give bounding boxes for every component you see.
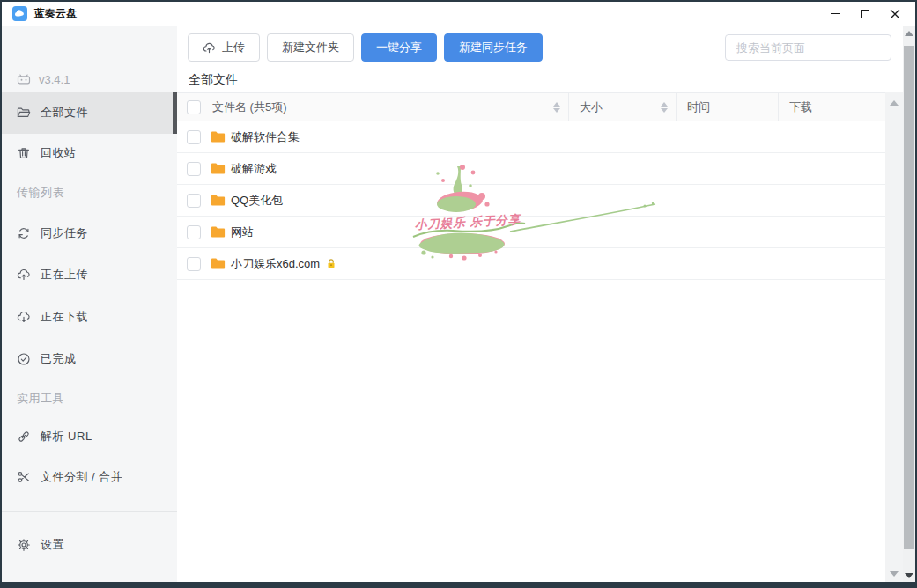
sort-carets-name[interactable] [553, 102, 560, 113]
column-label-name: 文件名 (共5项) [212, 99, 553, 115]
row-checkbox[interactable] [187, 130, 201, 144]
sidebar-item-label: 回收站 [41, 145, 77, 161]
trash-icon [17, 146, 31, 160]
upload-button-label: 上传 [222, 40, 245, 55]
sidebar-item-label: 文件分割 / 合并 [41, 469, 122, 485]
new-sync-task-button[interactable]: 新建同步任务 [444, 33, 543, 62]
sidebar-item-label: 正在下载 [41, 309, 88, 325]
breadcrumb: 全部文件 [189, 72, 238, 88]
cell-size [568, 185, 676, 216]
scissors-icon [17, 470, 31, 484]
cell-size [568, 248, 676, 279]
file-name: 小刀娱乐x6d.com [231, 256, 320, 272]
row-checkbox[interactable] [187, 225, 201, 239]
window-frame: 蓝奏云盘 v3.4.1 全部文件 [2, 2, 915, 582]
scroll-down-icon[interactable] [905, 573, 913, 578]
select-all-checkbox[interactable] [187, 100, 201, 114]
upload-cloud-icon [203, 41, 216, 55]
scroll-up-icon[interactable] [905, 31, 913, 36]
file-table: 文件名 (共5项) 大小 时间 下载 破解软 [177, 92, 885, 280]
close-button[interactable] [880, 2, 910, 26]
row-checkbox[interactable] [187, 257, 201, 271]
sidebar-item-completed[interactable]: 已完成 [2, 338, 177, 380]
sidebar-item-label: 全部文件 [41, 105, 88, 121]
sidebar-item-uploading[interactable]: 正在上传 [2, 254, 177, 296]
file-name: 网站 [231, 224, 254, 240]
sidebar-item-parse-url[interactable]: 解析 URL [2, 417, 177, 456]
sort-desc-icon [661, 108, 668, 113]
sidebar-item-label: 设置 [41, 537, 64, 553]
cell-download [778, 121, 885, 152]
folder-open-icon [17, 106, 31, 120]
cloud-download-icon [17, 310, 31, 324]
window-scrollbar[interactable] [903, 26, 915, 582]
table-row[interactable]: 网站 [177, 217, 885, 248]
sidebar-item-label: 正在上传 [41, 267, 88, 283]
file-name: 破解游戏 [231, 161, 277, 177]
row-checkbox[interactable] [187, 194, 201, 208]
sidebar-section-tools: 实用工具 [2, 380, 177, 417]
cell-download [778, 248, 885, 279]
table-row[interactable]: 破解游戏 [177, 153, 885, 185]
cell-size [568, 121, 676, 152]
cell-size [568, 217, 676, 247]
cell-size [568, 153, 676, 184]
link-icon [17, 430, 31, 444]
sidebar-item-sync-tasks[interactable]: 同步任务 [2, 213, 177, 254]
minimize-button[interactable] [820, 2, 850, 26]
close-icon [890, 9, 900, 19]
toolbar: 上传 新建文件夹 一键分享 新建同步任务 [188, 33, 891, 62]
sidebar-item-label: 已完成 [41, 351, 77, 367]
upload-button[interactable]: 上传 [188, 33, 260, 62]
app-version-icon [17, 72, 31, 86]
cell-download [778, 217, 885, 247]
table-row[interactable]: 小刀娱乐x6d.com [177, 248, 885, 280]
sidebar-item-split-merge[interactable]: 文件分割 / 合并 [2, 456, 177, 498]
sidebar-item-label: 解析 URL [41, 429, 92, 445]
search-input[interactable] [725, 34, 891, 61]
cloud-upload-icon [17, 268, 31, 282]
list-scrollbar[interactable] [885, 92, 903, 582]
version-row: v3.4.1 [2, 67, 177, 92]
sort-asc-icon [661, 102, 668, 107]
maximize-button[interactable] [850, 2, 880, 26]
scrollbar-thumb[interactable] [904, 46, 914, 549]
scroll-up-icon[interactable] [890, 100, 899, 106]
sidebar-item-downloading[interactable]: 正在下载 [2, 296, 177, 338]
folder-icon [211, 162, 226, 175]
new-folder-button[interactable]: 新建文件夹 [267, 33, 354, 62]
cell-time [676, 121, 778, 152]
app-logo-icon [12, 6, 27, 21]
column-label-size: 大小 [580, 99, 603, 115]
sort-desc-icon [553, 108, 560, 113]
folder-icon [211, 225, 226, 239]
cell-time [676, 185, 778, 216]
sidebar-section-transfer-list: 传输列表 [2, 173, 177, 213]
app-title: 蓝奏云盘 [34, 6, 77, 21]
row-checkbox[interactable] [187, 162, 201, 176]
maximize-icon [861, 10, 869, 18]
table-header-row: 文件名 (共5项) 大小 时间 下载 [177, 92, 885, 121]
scroll-down-icon[interactable] [890, 571, 899, 577]
header-cell-size[interactable]: 大小 [568, 93, 676, 121]
sidebar-item-all-files[interactable]: 全部文件 [2, 92, 177, 134]
minimize-icon [831, 13, 840, 14]
one-click-share-button[interactable]: 一键分享 [361, 33, 437, 62]
sort-asc-icon [553, 102, 560, 107]
cell-download [778, 185, 885, 216]
main-panel: 上传 新建文件夹 一键分享 新建同步任务 全部文件 文件名 (共5项) [177, 26, 915, 582]
sync-icon [17, 226, 31, 240]
folder-icon [211, 257, 226, 270]
new-sync-button-label: 新建同步任务 [459, 40, 528, 55]
table-row[interactable]: QQ美化包 [177, 185, 885, 217]
sort-carets-size[interactable] [661, 102, 668, 113]
sidebar-item-settings[interactable]: 设置 [2, 524, 177, 566]
table-row[interactable]: 破解软件合集 [177, 121, 885, 153]
header-cell-download: 下载 [778, 93, 885, 121]
header-cell-name[interactable]: 文件名 (共5项) [177, 99, 568, 115]
column-label-time: 时间 [687, 99, 710, 115]
sidebar-item-recycle-bin[interactable]: 回收站 [2, 134, 177, 173]
share-button-label: 一键分享 [376, 40, 422, 55]
file-name: QQ美化包 [231, 193, 283, 209]
cell-time [676, 217, 778, 247]
